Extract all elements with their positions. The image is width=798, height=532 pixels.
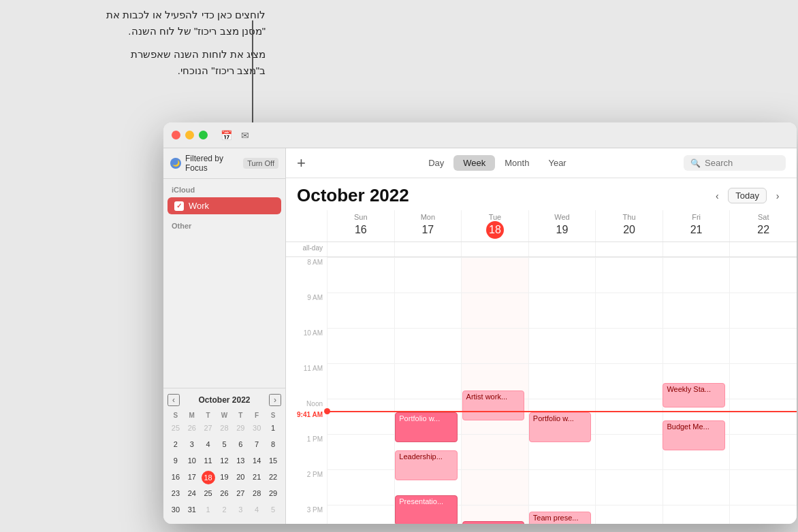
mini-cal-next[interactable]: › bbox=[269, 394, 281, 406]
time-grid[interactable]: 8 AM9 AM10 AM11 AMNoon1 PM2 PM3 PM4 PM5 … bbox=[286, 257, 797, 524]
mini-cal-day[interactable]: 4 bbox=[249, 502, 265, 518]
time-cell-3-3[interactable] bbox=[528, 363, 596, 399]
time-cell-6-5[interactable] bbox=[663, 469, 730, 505]
time-cell-1-6[interactable] bbox=[729, 293, 797, 328]
time-cell-2-3[interactable] bbox=[528, 328, 596, 363]
time-cell-7-2[interactable] bbox=[461, 505, 528, 524]
mini-cal-day[interactable]: 21 bbox=[249, 469, 265, 486]
mini-cal-day[interactable]: 10 bbox=[184, 453, 200, 469]
mini-cal-day[interactable]: 8 bbox=[265, 437, 281, 453]
maximize-button[interactable] bbox=[199, 131, 208, 139]
time-cell-6-1[interactable] bbox=[394, 469, 462, 505]
turn-off-button[interactable]: Turn Off bbox=[243, 158, 278, 169]
mini-cal-day[interactable]: 15 bbox=[265, 453, 281, 469]
mini-cal-day[interactable]: 28 bbox=[217, 420, 233, 437]
time-cell-4-1[interactable] bbox=[394, 399, 462, 434]
time-cell-0-1[interactable] bbox=[394, 257, 462, 293]
time-cell-7-5[interactable] bbox=[663, 505, 730, 524]
time-cell-4-2[interactable] bbox=[461, 399, 528, 434]
time-cell-5-3[interactable] bbox=[528, 434, 596, 469]
time-cell-1-4[interactable] bbox=[595, 293, 663, 328]
time-cell-0-0[interactable] bbox=[327, 257, 394, 293]
time-cell-0-2[interactable] bbox=[461, 257, 528, 293]
mini-cal-day[interactable]: 17 bbox=[184, 469, 200, 486]
mini-cal-day[interactable]: 5 bbox=[265, 502, 281, 518]
time-cell-4-0[interactable] bbox=[327, 399, 394, 434]
time-cell-1-2[interactable] bbox=[461, 293, 528, 328]
mini-cal-day[interactable]: 24 bbox=[184, 486, 200, 502]
mini-cal-day[interactable]: 2 bbox=[167, 437, 184, 453]
time-cell-7-6[interactable] bbox=[729, 505, 797, 524]
mini-cal-day[interactable]: 2 bbox=[217, 502, 233, 518]
mini-cal-day[interactable]: 14 bbox=[249, 453, 265, 469]
time-cell-5-4[interactable] bbox=[595, 434, 663, 469]
time-cell-6-2[interactable] bbox=[461, 469, 528, 505]
time-cell-4-4[interactable] bbox=[595, 399, 663, 434]
close-button[interactable] bbox=[172, 131, 180, 139]
time-cell-5-1[interactable] bbox=[394, 434, 462, 469]
time-cell-2-1[interactable] bbox=[394, 328, 462, 363]
mini-cal-day[interactable]: 11 bbox=[200, 453, 217, 469]
work-checkbox[interactable] bbox=[174, 201, 184, 211]
mini-cal-day[interactable]: 5 bbox=[217, 437, 233, 453]
mini-cal-day[interactable]: 19 bbox=[217, 469, 233, 486]
time-cell-6-3[interactable] bbox=[528, 469, 596, 505]
month-tab[interactable]: Month bbox=[495, 155, 539, 171]
mini-cal-day[interactable]: 13 bbox=[232, 453, 249, 469]
mini-cal-day[interactable]: 27 bbox=[232, 486, 249, 502]
time-cell-2-0[interactable] bbox=[327, 328, 394, 363]
mini-cal-day[interactable]: 12 bbox=[217, 453, 233, 469]
inbox-icon[interactable]: ✉ bbox=[239, 129, 251, 142]
mini-cal-day[interactable]: 26 bbox=[184, 420, 200, 437]
mini-cal-day[interactable]: 30 bbox=[167, 502, 184, 518]
time-cell-4-5[interactable] bbox=[663, 399, 730, 434]
time-cell-2-5[interactable] bbox=[663, 328, 730, 363]
next-arrow[interactable]: › bbox=[769, 188, 786, 204]
mini-cal-day[interactable]: 31 bbox=[184, 502, 200, 518]
time-cell-1-3[interactable] bbox=[528, 293, 596, 328]
time-cell-5-0[interactable] bbox=[327, 434, 394, 469]
time-cell-1-1[interactable] bbox=[394, 293, 462, 328]
time-cell-0-5[interactable] bbox=[663, 257, 730, 293]
mini-cal-day[interactable]: 18 bbox=[200, 469, 217, 486]
time-cell-0-4[interactable] bbox=[595, 257, 663, 293]
mini-cal-day[interactable]: 30 bbox=[249, 420, 265, 437]
time-cell-5-6[interactable] bbox=[729, 434, 797, 469]
mini-cal-day[interactable]: 22 bbox=[265, 469, 281, 486]
mini-cal-day[interactable]: 1 bbox=[265, 420, 281, 437]
mini-cal-day[interactable]: 28 bbox=[249, 486, 265, 502]
time-cell-3-6[interactable] bbox=[729, 363, 797, 399]
time-cell-5-5[interactable] bbox=[663, 434, 730, 469]
time-cell-3-1[interactable] bbox=[394, 363, 462, 399]
time-cell-3-2[interactable] bbox=[461, 363, 528, 399]
mini-cal-day[interactable]: 29 bbox=[232, 420, 249, 437]
mini-cal-day[interactable]: 29 bbox=[265, 486, 281, 502]
time-cell-1-0[interactable] bbox=[327, 293, 394, 328]
mini-cal-day[interactable]: 23 bbox=[167, 486, 184, 502]
time-cell-6-4[interactable] bbox=[595, 469, 663, 505]
mini-cal-day[interactable]: 16 bbox=[167, 469, 184, 486]
mini-cal-day[interactable]: 27 bbox=[200, 420, 217, 437]
sidebar-item-work[interactable]: Work bbox=[167, 197, 281, 214]
time-cell-2-4[interactable] bbox=[595, 328, 663, 363]
search-input[interactable] bbox=[705, 158, 779, 168]
mini-cal-day[interactable]: 7 bbox=[249, 437, 265, 453]
mini-cal-day[interactable]: 4 bbox=[200, 437, 217, 453]
time-cell-0-6[interactable] bbox=[729, 257, 797, 293]
mini-cal-day[interactable]: 25 bbox=[167, 420, 184, 437]
time-cell-3-0[interactable] bbox=[327, 363, 394, 399]
mini-cal-prev[interactable]: ‹ bbox=[167, 394, 180, 406]
today-button[interactable]: Today bbox=[728, 188, 767, 203]
time-cell-7-1[interactable] bbox=[394, 505, 462, 524]
time-cell-3-5[interactable] bbox=[663, 363, 730, 399]
year-tab[interactable]: Year bbox=[539, 155, 575, 171]
mini-cal-day[interactable]: 9 bbox=[167, 453, 184, 469]
day-tab[interactable]: Day bbox=[419, 155, 453, 171]
time-cell-1-5[interactable] bbox=[663, 293, 730, 328]
mini-cal-day[interactable]: 20 bbox=[232, 469, 249, 486]
time-cell-0-3[interactable] bbox=[528, 257, 596, 293]
time-cell-2-6[interactable] bbox=[729, 328, 797, 363]
time-cell-3-4[interactable] bbox=[595, 363, 663, 399]
minimize-button[interactable] bbox=[185, 131, 194, 139]
time-cell-7-0[interactable] bbox=[327, 505, 394, 524]
